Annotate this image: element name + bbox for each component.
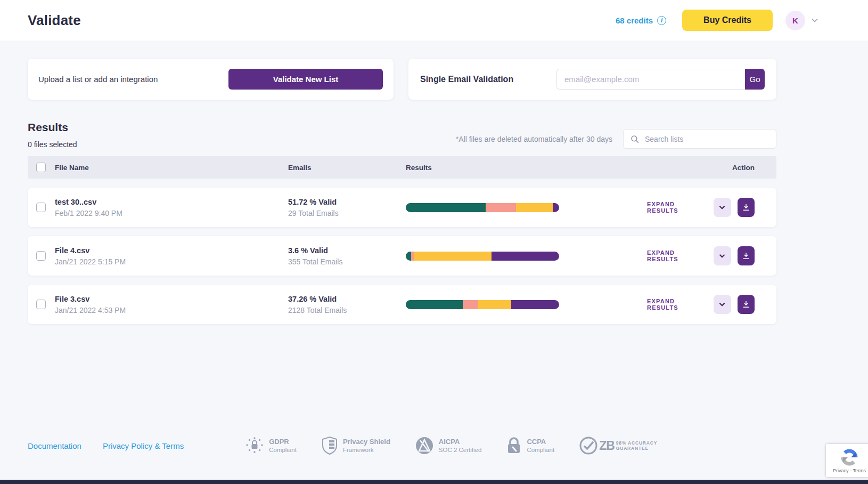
- go-button[interactable]: Go: [745, 69, 765, 90]
- chevron-down-icon: [717, 251, 727, 261]
- row-checkbox[interactable]: [36, 251, 46, 261]
- documentation-link[interactable]: Documentation: [28, 441, 81, 450]
- table-row: File 4.csv Jan/21 2022 5:15 PM 3.6 % Val…: [28, 236, 776, 276]
- privacy-shield-badge: Privacy Shield Framework: [321, 436, 390, 455]
- top-bar: Validate 68 credits i Buy Credits K: [0, 0, 868, 41]
- row-expand-chevron-button[interactable]: [714, 295, 731, 314]
- file-name: File 4.csv: [55, 246, 288, 255]
- single-email-validation-card: Single Email Validation Go: [408, 59, 776, 100]
- download-results-button[interactable]: [738, 198, 755, 217]
- download-results-button[interactable]: [738, 246, 755, 265]
- recaptcha-privacy-terms[interactable]: Privacy - Terms: [833, 468, 866, 473]
- footer: Documentation Privacy Policy & Terms GDP…: [28, 436, 836, 455]
- chevron-down-icon: [717, 300, 727, 309]
- bottom-edge-strip: [0, 480, 868, 484]
- row-expand-chevron-button[interactable]: [714, 246, 731, 265]
- privacy-policy-link[interactable]: Privacy Policy & Terms: [103, 441, 184, 450]
- table-header-row: File Name Emails Results Action: [28, 156, 776, 179]
- auto-delete-note: *All files are deleted automatically aft…: [456, 135, 612, 143]
- results-progress-bar: [406, 300, 559, 309]
- valid-percentage: 37.26 % Valid: [288, 295, 406, 303]
- row-checkbox[interactable]: [36, 203, 46, 212]
- page-title: Validate: [28, 12, 81, 29]
- account-chevron-down-icon[interactable]: [809, 15, 820, 26]
- column-header-emails: Emails: [288, 164, 406, 172]
- download-results-button[interactable]: [738, 295, 755, 314]
- avatar[interactable]: K: [785, 11, 805, 30]
- ccpa-lock-icon: [506, 436, 522, 455]
- gdpr-lock-stars-icon: [245, 436, 264, 455]
- search-icon: [630, 134, 640, 144]
- results-progress-bar: [406, 203, 559, 212]
- results-heading: Results: [28, 121, 77, 134]
- expand-results-link[interactable]: EXPAND RESULTS: [647, 201, 702, 214]
- validate-new-list-button[interactable]: Validate New List: [228, 69, 383, 90]
- chevron-down-icon: [717, 203, 727, 212]
- download-icon: [741, 251, 751, 261]
- ccpa-compliant-badge: CCPA Compliant: [506, 436, 554, 455]
- upload-card-label: Upload a list or add an integration: [38, 75, 158, 84]
- file-date: Jan/21 2022 4:53 PM: [55, 306, 288, 314]
- column-header-file-name: File Name: [55, 164, 288, 172]
- file-name: test 30..csv: [55, 198, 288, 206]
- credits-info-icon[interactable]: i: [657, 16, 666, 25]
- search-lists-box[interactable]: [623, 129, 776, 149]
- results-progress-bar: [406, 252, 559, 261]
- file-date: Feb/1 2022 9:40 PM: [55, 209, 288, 217]
- aicpa-soc2-badge: AICPA SOC 2 Certified: [415, 436, 482, 455]
- single-validation-label: Single Email Validation: [420, 75, 513, 84]
- file-name: File 3.csv: [55, 295, 288, 303]
- column-header-results: Results: [406, 164, 647, 172]
- row-expand-chevron-button[interactable]: [714, 198, 731, 217]
- table-row: File 3.csv Jan/21 2022 4:53 PM 37.26 % V…: [28, 285, 776, 324]
- total-emails: 29 Total Emails: [288, 209, 406, 217]
- buy-credits-button[interactable]: Buy Credits: [682, 10, 773, 31]
- expand-results-link[interactable]: EXPAND RESULTS: [647, 249, 702, 262]
- files-selected-count: 0 files selected: [28, 140, 77, 149]
- recaptcha-logo-icon: [840, 448, 858, 466]
- row-checkbox[interactable]: [36, 300, 46, 309]
- table-row: test 30..csv Feb/1 2022 9:40 PM 51.72 % …: [28, 188, 776, 227]
- total-emails: 2128 Total Emails: [288, 306, 406, 314]
- recaptcha-badge[interactable]: Privacy - Terms: [826, 444, 868, 477]
- valid-percentage: 3.6 % Valid: [288, 246, 406, 255]
- privacy-shield-icon: [321, 436, 338, 455]
- gdpr-compliant-badge: GDPR Compliant: [245, 436, 297, 455]
- zb-accuracy-badge: ZB 98% ACCURACY GUARANTEE: [579, 436, 657, 455]
- search-lists-input[interactable]: [645, 135, 769, 143]
- file-date: Jan/21 2022 5:15 PM: [55, 257, 288, 266]
- valid-percentage: 51.72 % Valid: [288, 198, 406, 206]
- download-icon: [741, 203, 751, 212]
- expand-results-link[interactable]: EXPAND RESULTS: [647, 298, 702, 311]
- total-emails: 355 Total Emails: [288, 257, 406, 266]
- upload-card: Upload a list or add an integration Vali…: [28, 59, 394, 100]
- check-circle-icon: [579, 436, 598, 455]
- select-all-checkbox[interactable]: [36, 163, 46, 172]
- credits-counter[interactable]: 68 credits: [616, 16, 653, 25]
- column-header-action: Action: [647, 164, 776, 172]
- download-icon: [741, 300, 751, 309]
- aicpa-circle-icon: [415, 436, 434, 455]
- single-email-input[interactable]: [556, 69, 745, 90]
